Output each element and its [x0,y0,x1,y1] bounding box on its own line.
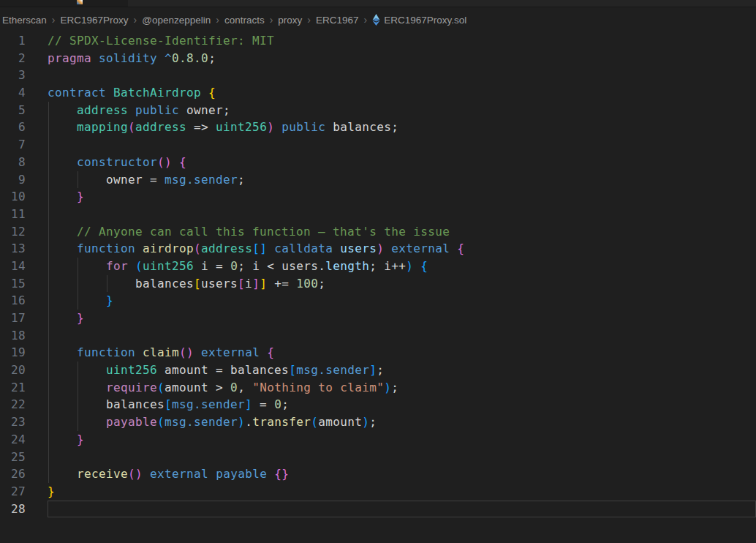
code-line-content[interactable]: function airdrop(address[] calldata user… [48,240,756,258]
line-number[interactable]: 28 [0,501,26,518]
code-line[interactable]: 11 [0,206,756,223]
code-line[interactable]: 16 } [0,292,756,310]
code-line[interactable]: 1// SPDX-License-Identifier: MIT [0,32,756,50]
line-number[interactable]: 4 [0,84,26,102]
code-line[interactable]: 21 require(amount > 0, "Nothing to claim… [0,379,756,397]
code-line-content[interactable]: } [48,292,756,310]
code-line[interactable]: 15 balances[users[i]] += 100; [0,275,756,293]
code-token: pragma [48,51,91,65]
code-line[interactable]: 10 } [0,188,756,206]
code-editor[interactable]: 1// SPDX-License-Identifier: MIT2pragma … [0,32,756,517]
code-line[interactable]: 24 } [0,431,756,449]
line-number[interactable]: 24 [0,431,26,449]
code-line-content[interactable]: } [48,188,756,206]
line-number[interactable]: 2 [0,50,26,67]
line-number[interactable]: 10 [0,188,26,206]
breadcrumb-item[interactable]: @openzeppelin [142,15,211,26]
line-number[interactable]: 3 [0,67,26,84]
code-line[interactable]: 22 balances[msg.sender] = 0; [0,396,756,413]
breadcrumb-item[interactable]: ERC1967 [316,15,359,26]
line-number[interactable]: 15 [0,275,26,293]
code-line[interactable]: 5 address public owner; [0,102,756,119]
code-line-content[interactable]: contract BatchAirdrop { [48,84,756,102]
line-number[interactable]: 23 [0,413,26,431]
code-line-content[interactable] [48,206,756,223]
code-line[interactable]: 12 // Anyone can call this function — th… [0,223,756,241]
code-token: address [201,241,252,255]
code-line[interactable]: 13 function airdrop(address[] calldata u… [0,240,756,258]
code-line[interactable]: 23 payable(msg.sender).transfer(amount); [0,413,756,431]
code-line-content[interactable]: balances[msg.sender] = 0; [48,396,756,413]
code-token: calldata [274,241,333,255]
breadcrumb-item[interactable]: contracts [224,15,265,26]
code-line[interactable]: 26 receive() external payable {} [0,465,756,483]
line-number[interactable]: 11 [0,206,26,223]
line-number[interactable]: 22 [0,396,26,413]
code-line[interactable]: 4contract BatchAirdrop { [0,84,756,102]
code-line[interactable]: 6 mapping(address => uint256) public bal… [0,119,756,136]
code-line-content[interactable]: // SPDX-License-Identifier: MIT [48,32,756,50]
line-number[interactable]: 16 [0,292,26,310]
code-line[interactable]: 19 function claim() external { [0,344,756,362]
breadcrumb-file[interactable]: ERC1967Proxy.sol [372,14,466,26]
code-line-content[interactable]: require(amount > 0, "Nothing to claim"); [48,379,756,397]
line-number[interactable]: 17 [0,310,26,327]
line-number[interactable]: 13 [0,240,26,258]
code-line[interactable]: 27} [0,483,756,501]
code-line-content[interactable]: balances[users[i]] += 100; [48,275,756,293]
line-number[interactable]: 1 [0,32,26,50]
code-line-content[interactable] [48,136,756,154]
active-tab-fragment[interactable] [0,0,128,7]
code-line[interactable]: 17 } [0,310,756,327]
code-line[interactable]: 28 [0,501,756,518]
code-line-content[interactable]: constructor() { [48,154,756,171]
code-line[interactable]: 14 for (uint256 i = 0; i < users.length;… [0,258,756,275]
line-number[interactable]: 20 [0,362,26,379]
code-line-content[interactable] [48,501,756,518]
breadcrumb-item[interactable]: proxy [278,15,302,26]
code-line-content[interactable]: receive() external payable {} [48,465,756,483]
code-line-content[interactable]: function claim() external { [48,344,756,362]
code-line[interactable]: 8 constructor() { [0,154,756,171]
code-token [48,120,77,134]
code-line-content[interactable]: uint256 amount = balances[msg.sender]; [48,362,756,379]
code-line-content[interactable]: owner = msg.sender; [48,171,756,189]
line-number[interactable]: 8 [0,154,26,171]
code-line-content[interactable] [48,449,756,466]
code-line[interactable]: 20 uint256 amount = balances[msg.sender]… [0,362,756,379]
code-line-content[interactable]: address public owner; [48,102,756,119]
code-line-content[interactable]: } [48,483,756,501]
code-token: i = [194,259,230,273]
code-line-content[interactable]: for (uint256 i = 0; i < users.length; i+… [48,258,756,275]
line-number[interactable]: 21 [0,379,26,397]
line-number[interactable]: 7 [0,136,26,154]
line-number[interactable]: 25 [0,449,26,466]
code-token: external [391,241,450,255]
code-line-content[interactable]: pragma solidity ^0.8.0; [48,50,756,67]
code-line-content[interactable]: } [48,431,756,449]
line-number[interactable]: 27 [0,483,26,501]
code-token [267,467,274,481]
code-line-content[interactable]: } [48,310,756,327]
line-number[interactable]: 19 [0,344,26,362]
line-number[interactable]: 26 [0,465,26,483]
line-number[interactable]: 9 [0,171,26,189]
line-number[interactable]: 5 [0,102,26,119]
code-line[interactable]: 9 owner = msg.sender; [0,171,756,189]
code-line-content[interactable]: // Anyone can call this function — that'… [48,223,756,241]
code-line[interactable]: 18 [0,327,756,345]
line-number[interactable]: 18 [0,327,26,345]
line-number[interactable]: 14 [0,258,26,275]
breadcrumb-item[interactable]: Etherscan [2,15,47,26]
code-line-content[interactable]: payable(msg.sender).transfer(amount); [48,413,756,431]
code-line[interactable]: 3 [0,67,756,84]
code-line-content[interactable] [48,327,756,345]
code-line[interactable]: 2pragma solidity ^0.8.0; [0,50,756,67]
code-line-content[interactable] [48,67,756,84]
line-number[interactable]: 12 [0,223,26,241]
code-line[interactable]: 7 [0,136,756,154]
breadcrumb-item[interactable]: ERC1967Proxy [60,15,128,26]
code-line[interactable]: 25 [0,449,756,466]
code-line-content[interactable]: mapping(address => uint256) public balan… [48,119,756,136]
line-number[interactable]: 6 [0,119,26,136]
